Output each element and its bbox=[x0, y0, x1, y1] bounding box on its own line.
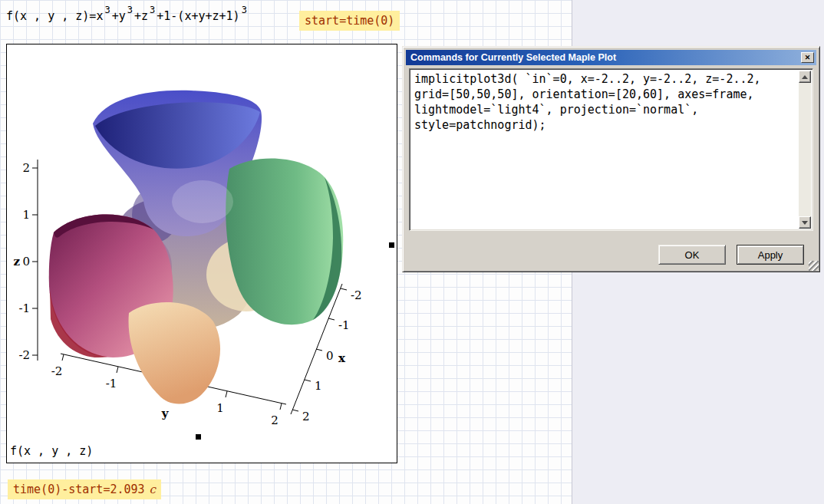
y-tick-label: 2 bbox=[271, 413, 279, 427]
z-tick-label: -1 bbox=[18, 301, 30, 315]
start-time-expression[interactable]: start=time(0) bbox=[299, 11, 400, 31]
x-axis-label: x bbox=[338, 351, 346, 365]
selection-handle-bottom[interactable] bbox=[196, 434, 201, 440]
dialog-title: Commands for Currently Selected Maple Pl… bbox=[410, 52, 616, 63]
resize-grip[interactable] bbox=[809, 261, 819, 271]
close-icon: ✕ bbox=[805, 54, 811, 61]
scroll-up-icon bbox=[802, 75, 808, 79]
formula-expression[interactable]: f(x , y , z)=x3+y3+z3+1-(x+y+z+1)3 bbox=[6, 9, 249, 23]
x-tick-label: -1 bbox=[338, 318, 350, 332]
z-axis-label: z bbox=[13, 255, 20, 268]
maple-plot-commands-dialog: Commands for Currently Selected Maple Pl… bbox=[402, 46, 820, 272]
plot-frame[interactable]: 2 1 0 -1 -2 z -2 -1 0 1 2 y bbox=[6, 44, 397, 463]
formula-superscript: 3 bbox=[104, 5, 110, 15]
command-input-panel: implicitplot3d( `in`=0, x=-2..2, y=-2..2… bbox=[409, 68, 813, 231]
elapsed-expression-text: time(0)-start=2.093 bbox=[13, 483, 145, 496]
formula-part: +1-(x+y+z+1) bbox=[157, 9, 239, 23]
z-axis bbox=[32, 160, 38, 361]
formula-superscript: 3 bbox=[242, 5, 247, 15]
x-tick-label: 1 bbox=[315, 379, 322, 393]
y-tick-label: -1 bbox=[106, 377, 117, 390]
formula-part: f(x , y , z)=x bbox=[6, 9, 103, 23]
z-tick-label: 0 bbox=[22, 255, 30, 268]
scroll-up-button[interactable] bbox=[799, 71, 811, 83]
surface-bottom-lobe bbox=[129, 302, 221, 404]
formula-part: +y bbox=[112, 9, 126, 23]
elapsed-unit: c bbox=[150, 483, 156, 496]
vertical-scrollbar[interactable] bbox=[799, 71, 811, 229]
dialog-titlebar[interactable]: Commands for Currently Selected Maple Pl… bbox=[406, 50, 816, 65]
scroll-down-icon bbox=[802, 221, 808, 225]
apply-button[interactable]: Apply bbox=[737, 245, 804, 265]
formula-superscript: 3 bbox=[127, 5, 133, 15]
selection-handle-right[interactable] bbox=[389, 242, 394, 248]
z-axis-labels: 2 1 0 -1 -2 z bbox=[13, 161, 30, 362]
x-tick-label: -2 bbox=[351, 288, 362, 302]
y-tick-label: -2 bbox=[51, 364, 63, 378]
y-axis-label: y bbox=[161, 407, 170, 420]
formula-part: +z bbox=[134, 9, 148, 23]
plot-caption[interactable]: f(x , y , z) bbox=[10, 444, 93, 458]
z-tick-label: -2 bbox=[18, 348, 30, 362]
surface-highlight bbox=[172, 180, 233, 223]
z-tick-label: 1 bbox=[22, 208, 30, 222]
document-page: f(x , y , z)=x3+y3+z3+1-(x+y+z+1)3 start… bbox=[0, 0, 824, 504]
ok-button[interactable]: OK bbox=[658, 245, 726, 265]
command-text-input[interactable]: implicitplot3d( `in`=0, x=-2..2, y=-2..2… bbox=[410, 69, 799, 230]
scroll-down-button[interactable] bbox=[799, 216, 811, 229]
implicit-surface bbox=[49, 91, 344, 404]
elapsed-time-expression[interactable]: time(0)-start=2.093c bbox=[8, 479, 161, 499]
formula-superscript: 3 bbox=[150, 5, 155, 15]
y-tick-label: 1 bbox=[216, 401, 224, 415]
x-tick-label: 2 bbox=[302, 410, 310, 423]
x-tick-label: 0 bbox=[326, 349, 334, 363]
start-expression-text: start=time(0) bbox=[305, 14, 394, 28]
close-button[interactable]: ✕ bbox=[801, 52, 814, 63]
z-tick-label: 2 bbox=[22, 161, 30, 175]
plot-3d-surface[interactable]: 2 1 0 -1 -2 z -2 -1 0 1 2 y bbox=[7, 44, 397, 463]
